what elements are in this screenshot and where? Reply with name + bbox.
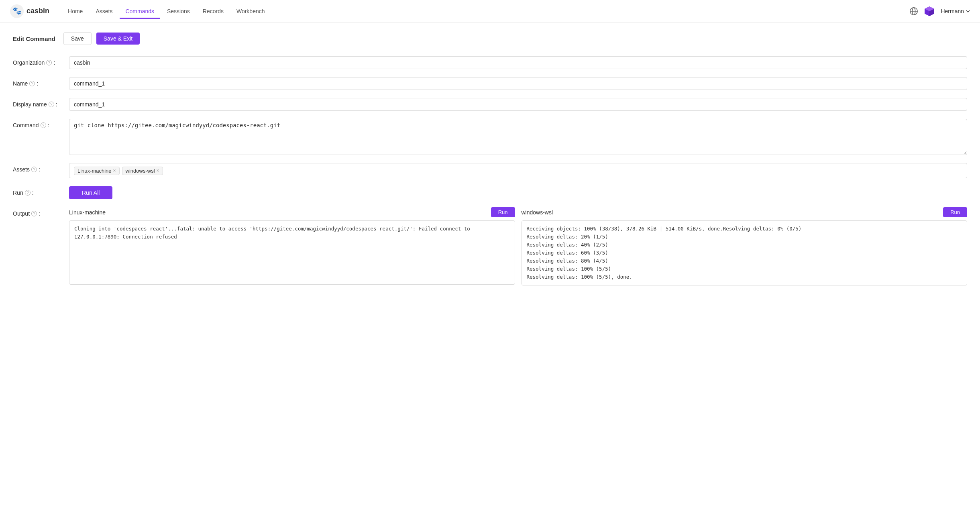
asset-tag-linux-close[interactable]: × (113, 168, 116, 173)
display-name-label: Display name ? : (13, 98, 69, 108)
run-info-icon[interactable]: ? (25, 190, 31, 196)
assets-label: Assets ? : (13, 163, 69, 173)
panel-title-linux: Linux-machine (69, 209, 106, 216)
nav-commands[interactable]: Commands (120, 5, 160, 19)
output-panel-windows: windows-wsl Run Receiving objects: 100% … (522, 207, 968, 285)
output-row: Output ? : Linux-machine Run Cloning int… (13, 207, 967, 285)
nav-sessions[interactable]: Sessions (161, 5, 196, 19)
command-textarea[interactable] (69, 119, 967, 155)
display-name-input[interactable] (69, 98, 967, 111)
main-content: Edit Command Save Save & Exit Organizati… (0, 22, 980, 303)
output-content: Linux-machine Run Cloning into 'codespac… (69, 207, 967, 285)
save-button[interactable]: Save (63, 32, 92, 45)
output-terminal-linux: Cloning into 'codespaces-react'...fatal:… (69, 220, 515, 285)
organization-input[interactable] (69, 56, 967, 69)
assets-info-icon[interactable]: ? (31, 167, 37, 172)
output-terminal-windows: Receiving objects: 100% (38/38), 378.26 … (522, 220, 968, 285)
assets-input[interactable]: Linux-machine × windows-wsl × (69, 163, 967, 178)
name-input[interactable] (69, 77, 967, 90)
logo[interactable]: 🐾 casbin (10, 4, 49, 18)
nav-assets[interactable]: Assets (90, 5, 118, 19)
command-info-icon[interactable]: ? (41, 122, 46, 128)
logo-icon: 🐾 (10, 4, 24, 18)
asset-tag-linux: Linux-machine × (74, 167, 120, 175)
display-name-info-icon[interactable]: ? (49, 102, 54, 107)
name-label: Name ? : (13, 77, 69, 87)
nav-home[interactable]: Home (62, 5, 88, 19)
user-menu[interactable]: Hermann (941, 8, 970, 14)
panel-header-linux: Linux-machine Run (69, 207, 515, 217)
svg-text:🐾: 🐾 (12, 6, 22, 15)
organization-row: Organization ? : (13, 56, 967, 69)
organization-info-icon[interactable]: ? (46, 60, 52, 65)
logo-text: casbin (26, 7, 49, 15)
nav-right: Hermann (909, 5, 970, 18)
globe-icon[interactable] (909, 7, 918, 16)
command-label: Command ? : (13, 119, 69, 128)
nav-links: Home Assets Commands Sessions Records Wo… (62, 5, 909, 18)
panel-title-windows: windows-wsl (522, 209, 553, 216)
navbar: 🐾 casbin Home Assets Commands Sessions R… (0, 0, 980, 22)
edit-command-title: Edit Command (13, 35, 55, 42)
asset-tag-windows-close[interactable]: × (157, 168, 159, 173)
output-panels: Linux-machine Run Cloning into 'codespac… (69, 207, 967, 285)
run-linux-button[interactable]: Run (491, 207, 515, 217)
run-windows-button[interactable]: Run (943, 207, 967, 217)
name-info-icon[interactable]: ? (29, 81, 35, 86)
nav-records[interactable]: Records (197, 5, 229, 19)
panel-header-windows: windows-wsl Run (522, 207, 968, 217)
command-row: Command ? : (13, 119, 967, 155)
name-row: Name ? : (13, 77, 967, 90)
run-label: Run ? : (13, 186, 69, 196)
organization-label: Organization ? : (13, 56, 69, 66)
output-info-icon[interactable]: ? (31, 211, 37, 216)
run-row: Run ? : Run All (13, 186, 967, 199)
output-panel-linux: Linux-machine Run Cloning into 'codespac… (69, 207, 515, 285)
toolbar: Edit Command Save Save & Exit (13, 32, 967, 45)
cube-icon[interactable] (923, 5, 936, 18)
display-name-row: Display name ? : (13, 98, 967, 111)
asset-tag-windows: windows-wsl × (122, 167, 163, 175)
assets-row: Assets ? : Linux-machine × windows-wsl × (13, 163, 967, 178)
save-exit-button[interactable]: Save & Exit (96, 33, 140, 45)
output-label: Output ? : (13, 207, 69, 217)
run-all-button[interactable]: Run All (69, 186, 112, 199)
chevron-down-icon (966, 9, 970, 14)
nav-workbench[interactable]: Workbench (231, 5, 271, 19)
